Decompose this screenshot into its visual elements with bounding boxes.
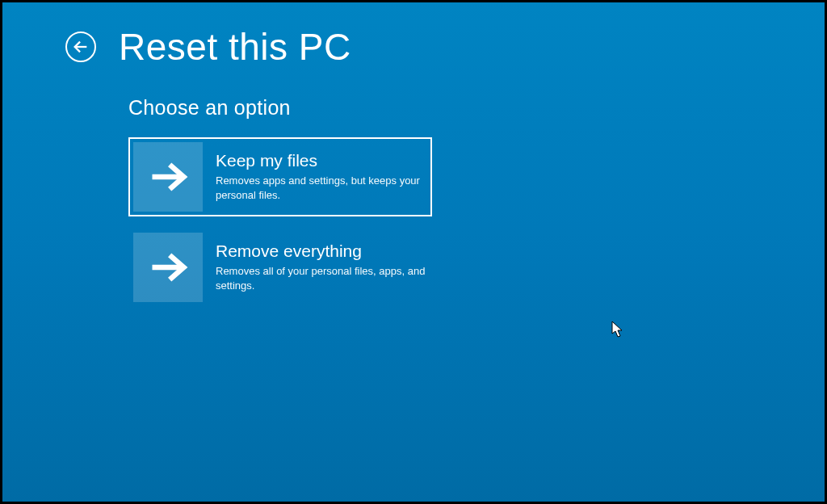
option-description: Removes apps and settings, but keeps you… — [216, 174, 427, 202]
page-title: Reset this PC — [119, 25, 351, 69]
options-list: Keep my files Removes apps and settings,… — [128, 137, 825, 307]
option-tile-icon — [133, 142, 203, 212]
mouse-cursor-icon — [611, 321, 624, 342]
option-title: Remove everything — [216, 242, 427, 261]
option-title: Keep my files — [216, 151, 427, 170]
option-keep-my-files[interactable]: Keep my files Removes apps and settings,… — [128, 137, 432, 216]
option-tile-icon — [133, 233, 203, 302]
arrow-right-icon — [147, 156, 189, 198]
arrow-left-icon — [72, 38, 90, 56]
back-button[interactable] — [65, 32, 96, 62]
option-text: Remove everything Removes all of your pe… — [216, 242, 427, 292]
option-description: Removes all of your personal files, apps… — [216, 264, 427, 292]
header: Reset this PC — [2, 2, 825, 69]
option-text: Keep my files Removes apps and settings,… — [216, 151, 427, 202]
arrow-right-icon — [147, 246, 189, 288]
subtitle: Choose an option — [128, 96, 825, 120]
option-remove-everything[interactable]: Remove everything Removes all of your pe… — [128, 228, 432, 307]
